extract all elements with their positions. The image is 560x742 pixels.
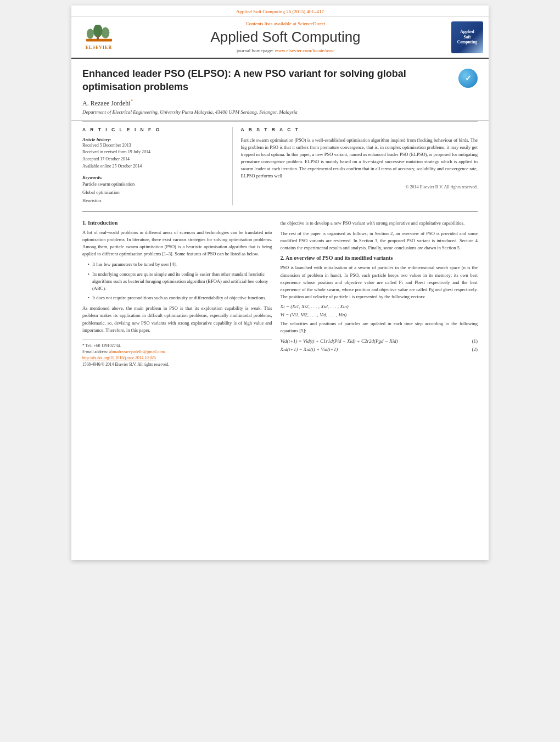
footnote-tel: * Tel.: +60 129102734. [82, 343, 272, 349]
crossmark-badge[interactable]: ✓ [458, 69, 478, 88]
sciencedirect-prefix: Contents lists available at [246, 21, 298, 26]
copyright-line: © 2014 Elsevier B.V. All rights reserved… [241, 185, 478, 189]
svg-point-1 [86, 29, 93, 38]
footnote-doi: http://dx.doi.org/10.1016/j.asoc.2014.10… [82, 355, 272, 361]
section1-para2: As mentioned above, the main problem in … [82, 305, 272, 334]
homepage-prefix: journal homepage: [237, 48, 275, 53]
formula-x-line: Xi = (Xi1, Xi2, . . . , Xid, . . . , Xin… [281, 304, 478, 309]
keywords-label: Keywords: [82, 175, 224, 180]
equation-2-number: (2) [472, 347, 478, 352]
bullet-list: • It has few parameters to be tuned by u… [88, 261, 272, 302]
keyword-3: Heuristics [82, 197, 224, 205]
journal-logo-box: Applied Soft Computing [451, 21, 483, 53]
section2-para2: The velocities and positions of particle… [281, 320, 478, 334]
article-header: Enhanced leader PSO (ELPSO): A new PSO v… [71, 59, 489, 121]
svg-rect-0 [86, 38, 112, 41]
bullet-item-2: • Its underlying concepts are quite simp… [88, 271, 272, 293]
available-date: Available online 25 October 2014 [82, 163, 224, 170]
elsevier-tree-icon [84, 25, 114, 44]
author-text: A. Rezaee Jordehi [82, 99, 131, 107]
affiliation: Department of Electrical Engineering, Un… [82, 109, 478, 115]
article-dates: Received 5 December 2013 Received in rev… [82, 142, 224, 170]
bullet-dot-3: • [88, 294, 89, 302]
bullet-text-3: It does not require preconditions such a… [92, 294, 266, 302]
equation-1-number: (1) [472, 338, 478, 344]
keywords-section: Keywords: Particle swarm optimisation Gl… [82, 175, 224, 205]
section2-heading: 2. An overview of PSO and its modified v… [281, 255, 478, 261]
homepage-url[interactable]: www.elsevier.com/locate/asoc [275, 48, 334, 53]
author-sup: * [131, 98, 133, 104]
doi-link[interactable]: http://dx.doi.org/10.1016/j.asoc.2014.10… [82, 355, 156, 360]
article-info-col: A R T I C L E I N F O Article history: R… [82, 127, 233, 205]
bullet-text-1: It has few parameters to be tuned by use… [92, 261, 177, 268]
elsevier-logo: ELSEVIER [77, 22, 121, 52]
formula-v-line: Vi = (Vi1, Vi2, . . . , Vid, . . . , Vin… [281, 312, 478, 317]
journal-citation-text: Applied Soft Computing 26 (2015) 401–417 [236, 9, 324, 14]
bullet-text-2: Its underlying concepts are quite simple… [92, 271, 272, 293]
svg-point-2 [93, 25, 102, 37]
crossmark-icon: ✓ [458, 69, 478, 88]
journal-citation-bar: Applied Soft Computing 26 (2015) 401–417 [71, 5, 489, 16]
article-title-row: Enhanced leader PSO (ELPSO): A new PSO v… [82, 67, 478, 94]
abstract-heading: A B S T R A C T [241, 127, 478, 132]
page: Applied Soft Computing 26 (2015) 401–417… [71, 5, 489, 560]
journal-logo-area: Applied Soft Computing [445, 21, 483, 53]
svg-rect-4 [97, 36, 99, 40]
equation-2-line: Xid(t+1) = Xid(t) + Vid(t+1) (2) [281, 347, 478, 352]
author-name: A. Rezaee Jordehi* [82, 98, 478, 108]
article-title-text: Enhanced leader PSO (ELPSO): A new PSO v… [82, 67, 458, 94]
journal-homepage: journal homepage: www.elsevier.com/locat… [126, 48, 445, 53]
section1-rest: The rest of the paper is organised as fo… [281, 230, 478, 252]
bullet-item-3: • It does not require preconditions such… [88, 294, 272, 302]
abstract-text: Particle swarm optimisation (PSO) is a w… [241, 137, 478, 180]
bullet-dot-1: • [88, 261, 89, 268]
section1-continuation: the objective is to develop a new PSO va… [281, 220, 478, 227]
keyword-2: Global optimisation [82, 188, 224, 197]
keywords-list: Particle swarm optimisation Global optim… [82, 180, 224, 205]
history-label: Article history: [82, 137, 224, 142]
section2-para1: PSO is launched with initialisation of a… [281, 264, 478, 300]
section1-para1: A lot of real-world problems in differen… [82, 229, 272, 258]
footnote-email: E-mail address: ahmadrezaeejordelhi@gmai… [82, 349, 272, 355]
footnote-issn: 1568-4946/© 2014 Elsevier B.V. All right… [82, 361, 272, 367]
article-info-heading: A R T I C L E I N F O [82, 127, 224, 132]
journal-header: ELSEVIER Contents lists available at Sci… [71, 16, 489, 59]
body-col-right: the objective is to develop a new PSO va… [281, 220, 478, 367]
bullet-dot-2: • [88, 271, 89, 293]
sciencedirect-link: Contents lists available at ScienceDirec… [126, 21, 445, 26]
journal-title-area: Contents lists available at ScienceDirec… [126, 21, 445, 53]
elsevier-logo-area: ELSEVIER [77, 22, 126, 52]
equation-2-text: Xid(t+1) = Xid(t) + Vid(t+1) [281, 347, 338, 352]
main-body: 1. Introduction A lot of real-world prob… [71, 211, 489, 367]
abstract-col: A B S T R A C T Particle swarm optimisat… [233, 127, 478, 205]
journal-logo-text: Applied Soft Computing [457, 29, 477, 45]
footnote-area: * Tel.: +60 129102734. E-mail address: a… [82, 339, 272, 367]
equation-1-text: Vid(t+1) = Vid(t) + C1r1d(Pid − Xid) + C… [281, 338, 398, 344]
equation-1-line: Vid(t+1) = Vid(t) + C1r1d(Pid − Xid) + C… [281, 338, 478, 344]
received-date-2: Received in revised form 19 July 2014 [82, 149, 224, 156]
formula-x-text: Xi = (Xi1, Xi2, . . . , Xid, . . . , Xin… [281, 304, 349, 309]
footnote-email-label: E-mail address: [82, 349, 109, 354]
body-col-left: 1. Introduction A lot of real-world prob… [82, 220, 272, 367]
article-info-abstract-section: A R T I C L E I N F O Article history: R… [82, 121, 478, 211]
bullet-item-1: • It has few parameters to be tuned by u… [88, 261, 272, 268]
received-date-1: Received 5 December 2013 [82, 142, 224, 149]
footnote-email-link[interactable]: ahmadrezaeejordelhi@gmail.com [109, 349, 165, 354]
section1-heading: 1. Introduction [82, 220, 272, 226]
accepted-date: Accepted 17 October 2014 [82, 156, 224, 163]
journal-name-heading: Applied Soft Computing [126, 29, 445, 46]
sciencedirect-name[interactable]: ScienceDirect [298, 21, 325, 26]
keyword-1: Particle swarm optimisation [82, 180, 224, 188]
svg-point-3 [101, 27, 109, 38]
formula-v-text: Vi = (Vi1, Vi2, . . . , Vid, . . . , Vin… [281, 312, 347, 317]
elsevier-label: ELSEVIER [86, 45, 112, 50]
